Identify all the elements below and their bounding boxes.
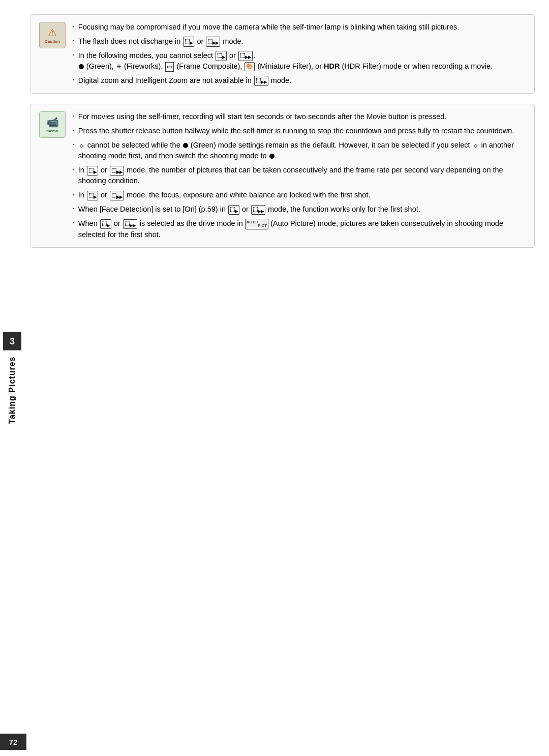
- miniature-icon: 🎨: [245, 62, 255, 71]
- bullet-dot: •: [73, 141, 74, 148]
- list-item: • Press the shutter release button halfw…: [73, 126, 526, 136]
- caution-label: Caution: [45, 39, 60, 44]
- memo-item-4: In ⬚▶ or ⬚▶▶ mode, the number of picture…: [78, 165, 526, 186]
- burst-icon5: ⬚▶▶: [110, 191, 124, 201]
- bullet-dot: •: [73, 77, 74, 83]
- chapter-tab: 3 Taking Pictures: [0, 332, 24, 424]
- caution-item-2: The flash does not discharge in ⬚▶ or ⬚▶…: [78, 36, 493, 47]
- self-timer-icon: ☼: [79, 141, 85, 151]
- bullet-dot: •: [73, 23, 74, 30]
- burst-icon2: ⬚▶▶: [238, 51, 253, 61]
- memo-item-3: ☼ cannot be selected while the (Green) m…: [78, 140, 526, 161]
- chapter-title: Taking Pictures: [8, 357, 17, 424]
- list-item: • For movies using the self-timer, recor…: [73, 111, 526, 122]
- self-timer-icon2: ☼: [473, 141, 479, 151]
- memo-item-7: When ⬚▶ or ⬚▶▶ is selected as the drive …: [78, 218, 526, 240]
- frame-icon: ▭: [165, 62, 174, 72]
- cont-icon4: ⬚▶: [87, 191, 98, 201]
- fireworks-icon: ✳: [116, 63, 121, 71]
- list-item: • The flash does not discharge in ⬚▶ or …: [73, 36, 493, 47]
- memo-box: 📹 memo • For movies using the self-timer…: [30, 104, 535, 248]
- list-item: • Digital zoom and Intelligent Zoom are …: [73, 75, 493, 86]
- hdr-label: HDR: [324, 62, 340, 70]
- chapter-number: 3: [3, 332, 21, 351]
- memo-content: • For movies using the self-timer, recor…: [73, 111, 526, 240]
- list-item: • In ⬚▶ or ⬚▶▶ mode, the number of pictu…: [73, 165, 526, 186]
- caution-icon: ⚠ Caution: [39, 22, 66, 48]
- page-number: 72: [0, 734, 26, 750]
- caution-content: • Focusing may be compromised if you mov…: [73, 22, 493, 86]
- caution-box: ⚠ Caution • Focusing may be compromised …: [30, 14, 535, 94]
- list-item: • When [Face Detection] is set to [On] (…: [73, 204, 526, 215]
- memo-item-2: Press the shutter release button halfway…: [78, 126, 526, 136]
- burst-icon3: ⬚▶▶: [254, 76, 268, 86]
- list-item: • ☼ cannot be selected while the (Green)…: [73, 140, 526, 161]
- caution-list: • Focusing may be compromised if you mov…: [73, 22, 493, 86]
- caution-symbol: ⚠: [48, 26, 57, 39]
- list-item: • Focusing may be compromised if you mov…: [73, 22, 493, 33]
- cont-icon2: ⬚▶: [216, 51, 227, 61]
- memo-label: memo: [46, 129, 58, 133]
- memo-list: • For movies using the self-timer, recor…: [73, 111, 526, 240]
- list-item: • In the following modes, you cannot sel…: [73, 50, 493, 72]
- caution-item-3: In the following modes, you cannot selec…: [78, 50, 493, 72]
- burst-icon: ⬚▶▶: [206, 37, 220, 47]
- cont-icon5: ⬚▶: [228, 205, 239, 215]
- memo-symbol: 📹: [46, 116, 59, 128]
- page-container: 3 Taking Pictures 72 ⚠ Caution • Focusin…: [0, 0, 549, 756]
- bullet-dot: •: [73, 52, 74, 58]
- bullet-dot: •: [73, 38, 74, 44]
- list-item: • In ⬚▶ or ⬚▶▶ mode, the focus, exposure…: [73, 190, 526, 200]
- cont-icon: ⬚▶: [183, 37, 194, 47]
- bullet-dot: •: [73, 220, 74, 226]
- memo-item-6: When [Face Detection] is set to [On] (p.…: [78, 204, 526, 215]
- auto-pic-icon: AUTOPICT: [245, 219, 268, 229]
- sidebar: 3 Taking Pictures 72: [0, 0, 26, 756]
- memo-item-5: In ⬚▶ or ⬚▶▶ mode, the focus, exposure a…: [78, 190, 526, 200]
- green-mode-dot: [79, 64, 84, 69]
- bullet-dot: •: [73, 113, 74, 119]
- green-dot-memo2: [269, 154, 274, 159]
- memo-icon: 📹 memo: [39, 111, 66, 138]
- cont-icon3: ⬚▶: [87, 166, 98, 176]
- cont-icon6: ⬚▶: [100, 219, 111, 229]
- green-dot-memo: [183, 143, 188, 148]
- bullet-dot: •: [73, 127, 74, 133]
- burst-icon7: ⬚▶▶: [123, 219, 137, 229]
- caution-item-1: Focusing may be compromised if you move …: [78, 22, 493, 33]
- main-content: ⚠ Caution • Focusing may be compromised …: [30, 14, 535, 742]
- bullet-dot: •: [73, 191, 74, 197]
- list-item: • When ⬚▶ or ⬚▶▶ is selected as the driv…: [73, 218, 526, 240]
- bullet-dot: •: [73, 166, 74, 172]
- bullet-dot: •: [73, 206, 74, 212]
- caution-item-4: Digital zoom and Intelligent Zoom are no…: [78, 75, 493, 86]
- burst-icon6: ⬚▶▶: [251, 205, 265, 215]
- memo-item-1: For movies using the self-timer, recordi…: [78, 111, 526, 122]
- burst-icon4: ⬚▶▶: [110, 166, 124, 176]
